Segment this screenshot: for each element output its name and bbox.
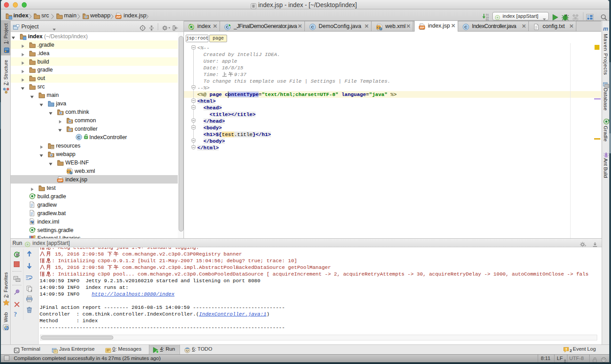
svg-text:C: C xyxy=(464,24,467,29)
svg-text:JSP: JSP xyxy=(419,26,424,28)
svg-text:01: 01 xyxy=(486,18,489,20)
svg-text:C: C xyxy=(311,24,314,29)
svg-text:JSP: JSP xyxy=(116,15,121,18)
svg-text:C: C xyxy=(77,135,80,140)
svg-text:JSP: JSP xyxy=(58,179,63,181)
